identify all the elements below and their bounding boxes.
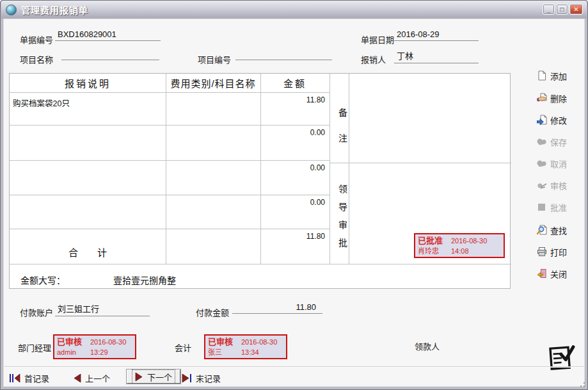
project-name-label: 项目名称: [20, 53, 53, 65]
payee-label: 领款人: [415, 340, 440, 352]
table-cell-desc[interactable]: 购买档案袋20只: [13, 97, 163, 109]
stamp-time: 13:34: [241, 347, 259, 357]
approve-icon: [537, 202, 547, 212]
doc-date-label: 单据日期: [361, 33, 394, 45]
close-form-button[interactable]: 关闭: [537, 265, 584, 282]
stamp-date: 2016-08-30: [90, 337, 126, 347]
project-no-value: [235, 49, 332, 60]
audit-button: 审核: [537, 177, 584, 193]
search-icon: [537, 225, 547, 235]
add-button[interactable]: 添加: [537, 67, 584, 84]
col-header-amount: 金额: [260, 76, 330, 92]
col-header-category: 费用类别/科目名称: [166, 76, 260, 92]
approve-button: 批准: [537, 199, 584, 215]
stamp-status: 已批准: [418, 236, 446, 246]
grid-line: [10, 92, 330, 93]
grid-line: [166, 74, 166, 264]
doc-no-label: 单据编号: [20, 33, 53, 45]
notepad-check-icon: [546, 341, 578, 376]
pay-amount-label: 付款金额: [196, 306, 229, 318]
audit-icon: [537, 180, 547, 190]
claimant-label: 报销人: [361, 53, 386, 65]
doc-date-field[interactable]: 2016-08-29: [394, 29, 479, 41]
doc-no-value: BXD160829001: [55, 29, 161, 40]
grid-line: [10, 264, 511, 264]
last-record-button[interactable]: 末记录: [182, 371, 221, 385]
grid-line: [10, 195, 330, 195]
window-title: 管理费用报销单: [21, 3, 88, 16]
grid-line: [10, 125, 330, 126]
expense-table: 报销说明 费用类别/科目名称 金额 购买档案袋20只 11.80 0.00 0.…: [9, 73, 511, 289]
remark-vertical-label: 备注: [330, 92, 349, 160]
claimant-field[interactable]: 丁林: [394, 49, 479, 63]
dept-manager-stamp: 已审核2016-08-30 admin13:29: [53, 334, 136, 359]
next-record-button[interactable]: 下一个: [127, 370, 180, 384]
find-button[interactable]: 查找: [537, 222, 584, 238]
project-name-value: [61, 49, 159, 60]
table-cell-amount[interactable]: 0.00: [261, 163, 325, 172]
grid-line: [10, 160, 330, 161]
delete-button[interactable]: 删除: [537, 90, 584, 106]
add-page-icon: [537, 70, 547, 81]
table-cell-amount[interactable]: 11.80: [261, 95, 325, 104]
approval-vertical-label: 领导审批: [330, 163, 349, 264]
cancel-button: 取消: [537, 155, 584, 172]
claimant-value: 丁林: [394, 49, 479, 63]
grid-line: [10, 229, 330, 229]
maximize-button[interactable]: □: [556, 4, 568, 15]
pay-account-field[interactable]: 刘三姐工行: [55, 302, 150, 316]
project-name-field[interactable]: [61, 49, 159, 60]
stamp-time: 13:29: [90, 347, 108, 357]
accountant-stamp: 已审核2016-08-30 张三13:34: [204, 334, 287, 359]
app-window: 管理费用报销单 _ □ ✕ 单据编号 BXD160829001 项目名称 项目编…: [0, 0, 588, 390]
approval-stamp: 已批准2016-08-30 肖玲忠14:08: [414, 233, 505, 258]
stamp-status: 已审核: [208, 337, 236, 347]
project-no-label: 项目编号: [198, 53, 231, 65]
stamp-date: 2016-08-30: [241, 337, 277, 347]
close-door-icon: [537, 268, 547, 279]
stamp-name: 张三: [208, 347, 236, 357]
pay-amount-value: 11.80: [232, 302, 322, 313]
project-no-field[interactable]: [235, 49, 332, 60]
stamp-name: 肖玲忠: [418, 246, 446, 256]
save-button: 保存: [537, 133, 584, 150]
printer-icon: [537, 247, 547, 257]
stamp-time: 14:08: [451, 246, 469, 256]
minimize-button[interactable]: _: [543, 4, 555, 15]
cancel-icon: [537, 158, 547, 168]
accountant-label: 会计: [175, 341, 191, 353]
save-icon: [537, 136, 547, 147]
nav-separator: [4, 366, 584, 368]
pay-account-value: 刘三姐工行: [55, 302, 150, 316]
first-record-button[interactable]: 首记录: [9, 371, 49, 385]
dept-manager-label: 部门经理: [18, 341, 51, 353]
table-cell-amount[interactable]: 0.00: [261, 198, 325, 207]
doc-date-value: 2016-08-29: [394, 29, 479, 40]
modify-button[interactable]: 修改: [537, 111, 584, 128]
total-label: 合 计: [10, 245, 166, 259]
close-button[interactable]: ✕: [569, 4, 583, 15]
prev-record-icon: [73, 373, 81, 383]
last-record-icon: [182, 373, 192, 383]
doc-no-field[interactable]: BXD160829001: [55, 29, 161, 41]
stamp-date: 2016-08-30: [451, 236, 487, 246]
modify-arrow-icon: [537, 115, 547, 125]
remark-cell[interactable]: [349, 74, 511, 163]
table-cell-amount[interactable]: 0.00: [261, 128, 325, 137]
first-record-icon: [9, 373, 20, 383]
col-header-description: 报销说明: [10, 76, 166, 92]
pay-account-label: 付款账户: [20, 306, 53, 318]
amount-words-value: 壹拾壹元捌角整: [113, 273, 176, 286]
resize-grip[interactable]: [578, 380, 585, 387]
stamp-name: admin: [57, 347, 85, 357]
pay-amount-field[interactable]: 11.80: [232, 302, 322, 314]
total-amount: 11.80: [261, 232, 325, 241]
next-record-icon: [135, 372, 143, 382]
app-sphere-icon: [6, 4, 17, 15]
stamp-status: 已审核: [57, 337, 85, 347]
prev-record-button[interactable]: 上一个: [73, 371, 110, 385]
delete-hand-icon: [537, 93, 547, 103]
print-button[interactable]: 打印: [537, 243, 584, 260]
title-bar: 管理费用报销单 _ □ ✕: [1, 1, 587, 19]
amount-words-label: 金额大写：: [20, 273, 65, 286]
